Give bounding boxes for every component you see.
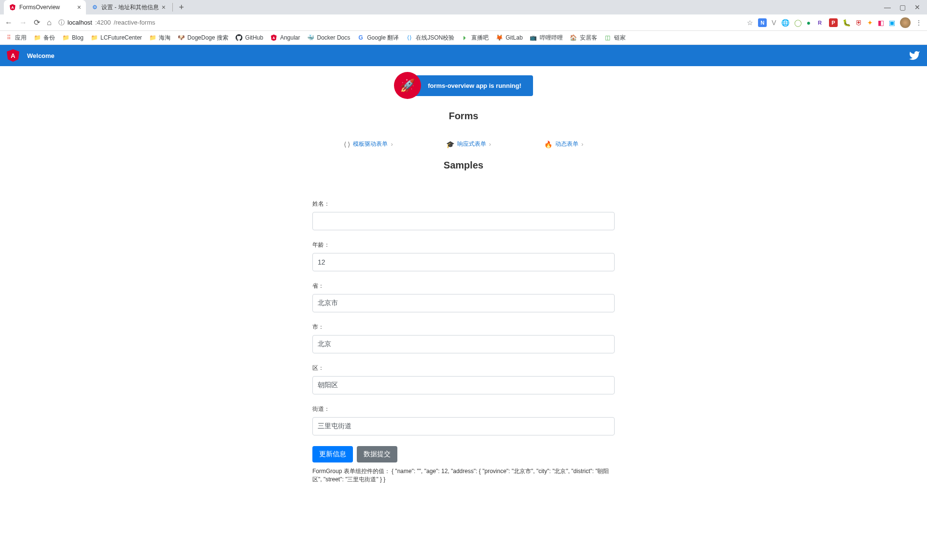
field-province: 省： <box>312 282 615 312</box>
folder-icon: 📁 <box>62 34 70 42</box>
reload-button[interactable]: ⟳ <box>34 18 40 27</box>
nav-card-label: 模板驱动表单 <box>353 140 388 148</box>
new-tab-button[interactable]: + <box>175 2 188 13</box>
github-icon <box>235 34 243 42</box>
graduation-icon: 🎓 <box>446 140 454 148</box>
bookmark-json[interactable]: ⟨⟩在线JSON校验 <box>406 34 454 42</box>
nav-card-label: 响应式表单 <box>457 140 486 148</box>
bookmark-doge[interactable]: 🐶DogeDoge 搜索 <box>177 34 228 42</box>
form: 姓名： 年龄： 省： 市： 区： 街道： 更新信息 数据提交 FormGroup… <box>310 200 617 484</box>
chevron-right-icon: › <box>391 140 393 148</box>
chevron-right-icon: › <box>581 140 583 148</box>
age-label: 年龄： <box>312 241 615 249</box>
address-bar-row: ← → ⟳ ⌂ ⓘ localhost:4200/reactive-forms … <box>0 14 927 31</box>
ext-icon-7[interactable]: P <box>829 18 838 27</box>
chevron-right-icon: › <box>489 140 491 148</box>
ext-icon-6[interactable]: R <box>815 18 824 27</box>
nav-cards: ⟨ ⟩ 模板驱动表单 › 🎓 响应式表单 › 🔥 动态表单 › <box>0 140 927 148</box>
folder-icon: 📁 <box>33 34 41 42</box>
bookmark-google[interactable]: GGoogle 翻译 <box>357 34 399 42</box>
toolbar-icons: ☆ N V 🌐 ◯ ● R P 🐛 ⛨ ✦ ◧ ▣ ⋮ <box>747 17 922 28</box>
svg-text:A: A <box>273 36 275 40</box>
ext-icon-2[interactable]: V <box>772 19 776 27</box>
fire-icon: 🔥 <box>544 140 552 148</box>
tab-1[interactable]: A FormsOverview × <box>4 0 86 14</box>
folder-icon: 📁 <box>149 34 156 42</box>
field-city: 市： <box>312 323 615 353</box>
ext-icon-4[interactable]: ◯ <box>794 19 802 27</box>
docker-icon: 🐳 <box>307 34 315 42</box>
bilibili-icon: 📺 <box>530 34 537 42</box>
forward-button[interactable]: → <box>19 18 27 27</box>
ext-shield-icon[interactable]: ⛨ <box>856 19 862 27</box>
zhibo-icon: ⏵ <box>461 34 469 42</box>
bookmark-anjuke[interactable]: 🏠安居客 <box>570 34 597 42</box>
app-header: A Welcome <box>0 45 927 66</box>
nav-card-template-forms[interactable]: ⟨ ⟩ 模板驱动表单 › <box>344 140 393 148</box>
tab-2[interactable]: ⚙ 设置 - 地址和其他信息 × <box>86 0 170 14</box>
address-bar[interactable]: ⓘ localhost:4200/reactive-forms <box>58 18 741 27</box>
ext-icon-8[interactable]: 🐛 <box>843 19 851 27</box>
twitter-icon[interactable] <box>909 50 920 61</box>
ext-icon-1[interactable]: N <box>758 18 767 27</box>
age-input[interactable] <box>312 253 615 271</box>
json-icon: ⟨⟩ <box>406 34 413 42</box>
street-label: 街道： <box>312 405 615 413</box>
close-window-button[interactable]: ✕ <box>914 3 920 11</box>
url-port: :4200 <box>95 19 111 26</box>
bookmark-lianjia[interactable]: ◫链家 <box>604 34 626 42</box>
name-input[interactable] <box>312 212 615 230</box>
bookmark-folder[interactable]: 📁Blog <box>62 34 84 42</box>
tab-title: 设置 - 地址和其他信息 <box>101 3 159 12</box>
province-label: 省： <box>312 282 615 290</box>
samples-title: Samples <box>0 160 927 171</box>
nav-card-dynamic-forms[interactable]: 🔥 动态表单 › <box>544 140 583 148</box>
gear-icon: ⚙ <box>91 3 98 11</box>
rocket-icon: 🚀 <box>394 72 421 99</box>
tabs-row: A FormsOverview × ⚙ 设置 - 地址和其他信息 × + — ▢… <box>0 0 927 14</box>
back-button[interactable]: ← <box>5 18 13 27</box>
bookmark-folder[interactable]: 📁备份 <box>33 34 55 42</box>
angular-logo: A <box>7 49 19 62</box>
name-label: 姓名： <box>312 200 615 208</box>
minimize-button[interactable]: — <box>884 3 891 11</box>
profile-avatar[interactable] <box>900 17 911 28</box>
submit-button[interactable]: 数据提交 <box>357 446 397 462</box>
svg-text:A: A <box>11 5 14 10</box>
menu-icon[interactable]: ⋮ <box>915 19 922 27</box>
bookmark-docker[interactable]: 🐳Docker Docs <box>307 34 351 42</box>
street-input[interactable] <box>312 417 615 435</box>
bookmark-bilibili[interactable]: 📺哔哩哔哩 <box>530 34 563 42</box>
close-icon[interactable]: × <box>162 3 166 11</box>
nav-card-reactive-forms[interactable]: 🎓 响应式表单 › <box>446 140 491 148</box>
code-icon: ⟨ ⟩ <box>344 140 351 148</box>
folder-icon: 📁 <box>90 34 98 42</box>
ext-icon-12[interactable]: ▣ <box>889 19 895 27</box>
ext-icon-5[interactable]: ● <box>807 19 811 27</box>
bookmark-apps[interactable]: ⠿应用 <box>5 34 27 42</box>
update-button[interactable]: 更新信息 <box>312 446 353 462</box>
bookmark-angular[interactable]: AAngular <box>270 34 300 42</box>
star-icon[interactable]: ☆ <box>747 19 753 27</box>
city-label: 市： <box>312 323 615 331</box>
ext-icon-10[interactable]: ✦ <box>867 19 873 27</box>
info-icon[interactable]: ⓘ <box>58 18 65 27</box>
bookmark-folder[interactable]: 📁LCFutureCenter <box>90 34 142 42</box>
ext-icon-11[interactable]: ◧ <box>878 19 884 27</box>
bookmark-zhibo[interactable]: ⏵直播吧 <box>461 34 489 42</box>
bookmark-folder[interactable]: 📁海淘 <box>149 34 170 42</box>
city-input[interactable] <box>312 335 615 353</box>
field-district: 区： <box>312 364 615 394</box>
province-input[interactable] <box>312 294 615 312</box>
field-name: 姓名： <box>312 200 615 230</box>
bookmark-github[interactable]: GitHub <box>235 34 263 42</box>
banner: 🚀 forms-overview app is running! <box>0 72 927 99</box>
apps-icon: ⠿ <box>5 34 13 42</box>
close-icon[interactable]: × <box>77 3 81 11</box>
bookmark-gitlab[interactable]: 🦊GitLab <box>495 34 522 42</box>
gitlab-icon: 🦊 <box>495 34 503 42</box>
home-button[interactable]: ⌂ <box>47 18 52 27</box>
maximize-button[interactable]: ▢ <box>899 3 906 11</box>
ext-translate-icon[interactable]: 🌐 <box>781 19 789 27</box>
district-input[interactable] <box>312 376 615 394</box>
